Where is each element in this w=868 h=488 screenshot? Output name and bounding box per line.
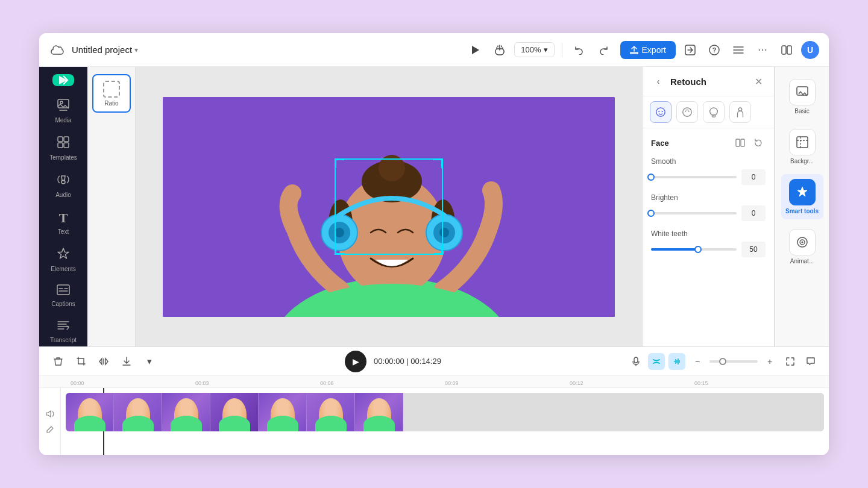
sidebar-item-audio[interactable]: Audio	[44, 168, 83, 203]
split-view-button[interactable]	[777, 40, 796, 60]
retouch-header: ‹ Retouch ✕	[643, 67, 774, 96]
svg-marker-0	[472, 46, 479, 54]
retouch-tab-makeup[interactable]	[703, 101, 725, 123]
face-detect-corner-bl	[335, 245, 344, 255]
sidebar-item-captions[interactable]: Captions	[44, 280, 83, 312]
film-frame-person-7	[367, 398, 391, 431]
white-teeth-slider-thumb[interactable]	[694, 246, 702, 253]
retouch-tab-shape[interactable]	[676, 101, 698, 123]
smooth-slider-track[interactable]	[651, 176, 737, 178]
sidebar-item-transcript[interactable]: Transcript	[44, 314, 83, 346]
undo-button[interactable]	[570, 40, 589, 60]
timeline-crop-button[interactable]	[72, 352, 90, 371]
retouch-back-button[interactable]: ‹	[651, 74, 665, 89]
retouch-body: Face Smooth	[643, 128, 774, 346]
avatar-initial: U	[807, 45, 813, 55]
film-strip	[66, 393, 403, 431]
cloud-icon[interactable]	[49, 42, 66, 58]
right-panel: Basic Backgr... Smart tools	[775, 67, 829, 346]
retouch-tab-face[interactable]	[650, 101, 671, 123]
reset-icon[interactable]	[751, 136, 766, 150]
comment-button[interactable]	[802, 353, 819, 370]
media-icon	[57, 98, 70, 114]
compare-icon[interactable]	[733, 136, 747, 150]
ratio-item[interactable]: Ratio	[92, 74, 131, 113]
hand-tool-button[interactable]	[490, 40, 509, 60]
fullscreen-button[interactable]	[782, 353, 799, 370]
rp-item-animate[interactable]: Animat...	[781, 224, 823, 269]
more-options-button[interactable]: ⋯	[753, 40, 772, 60]
current-time-value: 00:00:00	[374, 357, 404, 366]
brighten-slider-thumb[interactable]	[647, 210, 655, 217]
face-detect-corner-br	[433, 245, 443, 255]
rp-item-smart-tools[interactable]: Smart tools	[781, 174, 823, 219]
zoom-selector[interactable]: 100% ▾	[514, 42, 554, 57]
user-avatar[interactable]: U	[801, 41, 819, 59]
zoom-value: 100%	[521, 45, 541, 54]
timeline-flip-button[interactable]	[95, 352, 113, 371]
play-button[interactable]: ▶	[345, 351, 366, 372]
edit-track-button[interactable]	[43, 423, 57, 436]
film-frame-person-6	[319, 398, 343, 431]
svg-point-36	[683, 108, 691, 116]
film-frame-3	[162, 393, 210, 431]
zoom-out-button[interactable]: −	[689, 353, 706, 370]
retouch-tab-body[interactable]	[729, 101, 751, 123]
white-teeth-slider-control: 50	[651, 242, 766, 257]
timeline-download-button[interactable]	[118, 352, 136, 371]
ratio-label: Ratio	[104, 100, 118, 107]
zoom-track[interactable]	[709, 360, 758, 363]
timeline-center: ▶ 00:00:00 | 00:14:29	[163, 351, 623, 372]
svg-rect-11	[58, 137, 63, 142]
timeline-delete-button[interactable]	[49, 352, 67, 371]
zoom-in-button[interactable]: +	[761, 353, 778, 370]
svg-rect-13	[58, 143, 63, 148]
project-title: Untitled project	[72, 45, 132, 55]
svg-point-35	[662, 111, 663, 112]
brighten-label: Brighten	[651, 193, 766, 202]
animate-icon	[789, 229, 816, 255]
svg-rect-49	[634, 357, 638, 363]
zoom-thumb[interactable]	[719, 358, 726, 365]
brighten-slider-track[interactable]	[651, 212, 737, 214]
project-title-container[interactable]: Untitled project ▾	[72, 45, 138, 55]
mic-button[interactable]	[627, 353, 644, 370]
rp-smart-tools-label: Smart tools	[785, 208, 819, 214]
track-controls	[39, 388, 61, 455]
app-logo[interactable]	[52, 74, 74, 86]
retouch-panel: ‹ Retouch ✕	[642, 67, 775, 346]
menu-button[interactable]	[729, 40, 748, 60]
sidebar-item-text[interactable]: T Text	[44, 205, 83, 240]
smooth-slider-thumb[interactable]	[647, 174, 655, 181]
header-center: 100% ▾	[466, 40, 612, 60]
svg-rect-42	[736, 139, 740, 146]
timeline-download-options-button[interactable]: ▾	[140, 352, 159, 371]
current-time: 00:00:00 | 00:14:29	[374, 357, 441, 366]
help-button[interactable]: ?	[705, 40, 724, 60]
white-teeth-slider-track[interactable]	[651, 248, 737, 251]
smart-cut-button[interactable]	[648, 353, 665, 370]
film-frame-person-4	[222, 398, 247, 431]
content-area: Ratio	[87, 67, 829, 346]
svg-rect-45	[797, 137, 808, 148]
play-preview-button[interactable]	[466, 40, 485, 60]
volume-control-button[interactable]	[43, 407, 57, 421]
rp-item-background[interactable]: Backgr...	[781, 124, 823, 169]
sidebar-item-media[interactable]: Media	[44, 93, 83, 128]
sidebar-item-elements[interactable]: Elements	[44, 242, 83, 277]
svg-rect-12	[64, 137, 69, 142]
svg-point-41	[738, 108, 741, 111]
redo-button[interactable]	[594, 40, 613, 60]
ruler-mark-0: 00:00	[71, 380, 195, 386]
smooth-slider-value: 0	[741, 169, 766, 185]
share-button[interactable]	[681, 40, 700, 60]
svg-rect-40	[712, 115, 715, 117]
rp-item-basic[interactable]: Basic	[781, 74, 823, 119]
text-icon: T	[59, 210, 68, 226]
retouch-close-button[interactable]: ✕	[751, 74, 766, 89]
video-track[interactable]	[66, 393, 824, 431]
face-detect-corner-tl	[335, 158, 344, 168]
export-button[interactable]: Export	[620, 41, 676, 59]
beat-sync-button[interactable]	[668, 353, 685, 370]
sidebar-item-templates[interactable]: Templates	[44, 131, 83, 166]
